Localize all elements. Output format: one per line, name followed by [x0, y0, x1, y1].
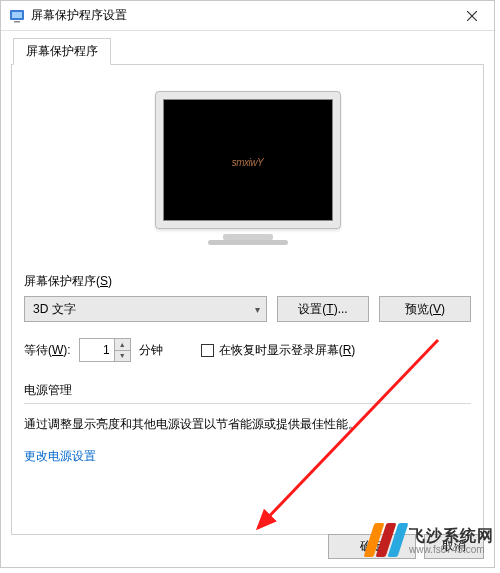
cancel-button[interactable]: 取消	[424, 534, 484, 559]
screensaver-screen: smxiwY	[163, 99, 333, 221]
close-icon	[467, 11, 477, 21]
screensaver-settings-dialog: 屏幕保护程序设置 屏幕保护程序 smxiwY 屏幕保护程序(S)	[0, 0, 495, 568]
spinner-up-button[interactable]: ▲	[115, 339, 130, 351]
spinner-buttons: ▲ ▼	[114, 339, 130, 361]
resume-checkbox-wrap[interactable]: 在恢复时显示登录屏幕(R)	[201, 342, 356, 359]
wait-row: 等待(W): ▲ ▼ 分钟 在恢复时显示登录屏幕(R)	[24, 338, 471, 362]
svg-rect-2	[14, 21, 20, 23]
wait-minutes-input[interactable]	[80, 343, 114, 357]
screensaver-controls-row: 3D 文字 ▾ 设置(T)... 预览(V)	[24, 296, 471, 322]
ok-button[interactable]: 确定	[328, 534, 416, 559]
resume-checkbox[interactable]	[201, 344, 214, 357]
tabstrip: 屏幕保护程序	[11, 39, 484, 65]
tab-screensaver[interactable]: 屏幕保护程序	[13, 38, 111, 65]
wait-minutes-spinner[interactable]: ▲ ▼	[79, 338, 131, 362]
screensaver-select[interactable]: 3D 文字 ▾	[24, 296, 267, 322]
dialog-footer: 确定 取消	[328, 534, 484, 559]
tab-body: smxiwY 屏幕保护程序(S) 3D 文字 ▾ 设置(T)... 预览(V) …	[11, 65, 484, 535]
wait-label: 等待(W):	[24, 342, 71, 359]
spinner-down-button[interactable]: ▼	[115, 351, 130, 362]
preview-area: smxiwY	[24, 91, 471, 245]
settings-button[interactable]: 设置(T)...	[277, 296, 369, 322]
resume-checkbox-label: 在恢复时显示登录屏幕(R)	[219, 342, 356, 359]
window-title: 屏幕保护程序设置	[31, 7, 449, 24]
close-button[interactable]	[449, 1, 494, 31]
change-power-settings-link[interactable]: 更改电源设置	[24, 449, 96, 463]
titlebar: 屏幕保护程序设置	[1, 1, 494, 31]
screensaver-select-value: 3D 文字	[33, 301, 76, 318]
power-desc: 通过调整显示亮度和其他电源设置以节省能源或提供最佳性能。	[24, 414, 471, 434]
monitor-preview: smxiwY	[155, 91, 341, 245]
screensaver-group-label: 屏幕保护程序(S)	[24, 273, 471, 290]
power-section: 电源管理 通过调整显示亮度和其他电源设置以节省能源或提供最佳性能。 更改电源设置	[24, 382, 471, 465]
chevron-down-icon: ▾	[255, 304, 260, 315]
svg-rect-1	[12, 12, 22, 18]
window-icon	[9, 8, 25, 24]
preview-button[interactable]: 预览(V)	[379, 296, 471, 322]
wait-unit: 分钟	[139, 342, 163, 359]
power-divider	[24, 403, 471, 404]
power-section-title: 电源管理	[24, 382, 471, 399]
screensaver-preview-text: smxiwY	[232, 157, 263, 168]
